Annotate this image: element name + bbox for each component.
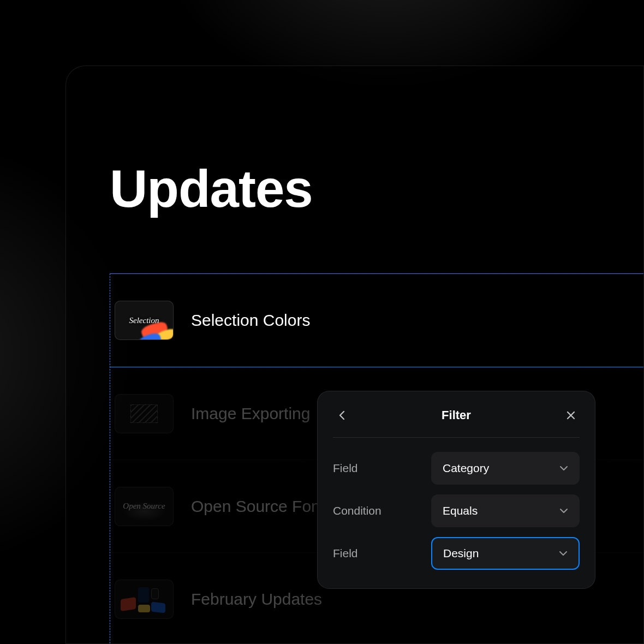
filter-popover: Filter Field Category Condition Equals <box>317 391 595 589</box>
value-select[interactable]: Design <box>431 537 580 570</box>
select-value: Design <box>443 547 479 560</box>
main-panel: Updates Selection Selection Colors Image… <box>65 65 644 644</box>
form-label: Field <box>333 462 358 475</box>
list-item-title: Open Source Fonts <box>191 497 333 516</box>
popover-header: Filter <box>333 407 580 438</box>
close-icon <box>567 411 575 420</box>
condition-select[interactable]: Equals <box>431 494 580 527</box>
list-item-title: February Updates <box>191 590 322 609</box>
list-item[interactable]: Selection Selection Colors <box>110 273 643 367</box>
filter-row-value: Field Design <box>333 536 580 571</box>
popover-title: Filter <box>442 408 471 422</box>
chevron-left-icon <box>339 410 345 420</box>
list-item-thumbnail: Open Source <box>115 487 174 526</box>
close-button[interactable] <box>562 407 580 424</box>
chevron-down-icon <box>559 551 568 556</box>
filter-row-condition: Condition Equals <box>333 493 580 528</box>
back-button[interactable] <box>333 407 350 424</box>
chevron-down-icon <box>559 508 568 514</box>
list-item-thumbnail <box>115 580 174 619</box>
select-value: Category <box>443 462 489 475</box>
select-value: Equals <box>443 504 478 517</box>
list-item-title: Image Exporting <box>191 404 310 423</box>
chevron-down-icon <box>559 466 568 471</box>
form-label: Condition <box>333 504 381 517</box>
filter-row-field: Field Category <box>333 451 580 486</box>
list-item-title: Selection Colors <box>191 311 310 330</box>
list-item-thumbnail: Selection <box>115 301 174 340</box>
page-title: Updates <box>110 159 313 219</box>
form-label: Field <box>333 547 358 560</box>
list-item-thumbnail <box>115 394 174 433</box>
field-select[interactable]: Category <box>431 452 580 485</box>
thumbnail-caption: Selection <box>129 316 159 325</box>
